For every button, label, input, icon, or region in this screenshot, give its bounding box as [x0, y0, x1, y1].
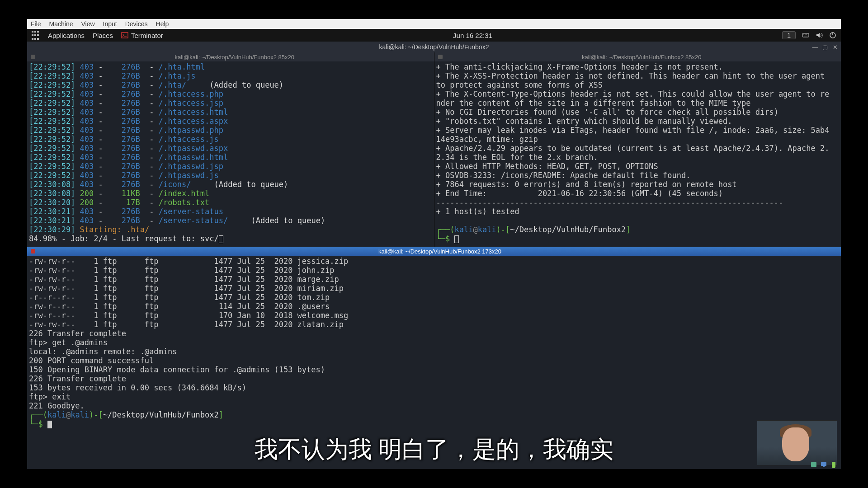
svg-rect-0	[122, 33, 128, 38]
webcam-overlay	[757, 420, 837, 465]
volume-icon[interactable]	[816, 32, 823, 39]
maximize-button[interactable]: ▢	[822, 44, 828, 50]
vbox-menu-help[interactable]: Help	[156, 20, 169, 28]
svg-rect-8	[811, 462, 816, 467]
pane-header-right[interactable]: kali@kali: ~/Desktop/VulnHub/Funbox2 85x…	[434, 52, 841, 61]
clock[interactable]: Jun 16 22:31	[453, 32, 492, 39]
window-title: kali@kali: ~/Desktop/VulnHub/Funbox2	[379, 43, 489, 51]
svg-point-3	[805, 34, 805, 35]
nikto-output: + The anti-clickjacking X-Frame-Options …	[434, 61, 841, 247]
vbox-disk-icon	[810, 461, 817, 468]
pane-title-left: kali@kali: ~/Desktop/VulnHub/Funbox2 85x…	[39, 54, 430, 61]
dirsearch-output: [22:29:52] 403 - 276B - /.hta.html [22:2…	[27, 61, 434, 247]
places-menu[interactable]: Places	[93, 32, 113, 39]
pane-indicator-icon	[31, 55, 35, 59]
vbox-menu-file[interactable]: File	[31, 20, 41, 28]
terminator-icon	[121, 32, 128, 39]
terminator-window: kali@kali: ~/Desktop/VulnHub/Funbox2 — ▢…	[27, 42, 841, 469]
vbox-mouse-icon	[830, 461, 837, 468]
vm-frame: File Machine View Input Devices Help App…	[27, 19, 841, 469]
svg-point-2	[803, 34, 804, 35]
applications-menu[interactable]: Applications	[48, 32, 85, 39]
power-icon[interactable]	[829, 32, 836, 39]
vbox-display-icon	[820, 461, 827, 468]
terminal-pane-top-left[interactable]: kali@kali: ~/Desktop/VulnHub/Funbox2 85x…	[27, 52, 434, 247]
vbox-menu-devices[interactable]: Devices	[125, 20, 148, 28]
close-button[interactable]: ✕	[832, 44, 838, 50]
svg-point-4	[806, 34, 807, 35]
gnome-top-bar: Applications Places Terminator Jun 16 22…	[27, 29, 841, 42]
vbox-menu-input[interactable]: Input	[103, 20, 117, 28]
pane-header-left[interactable]: kali@kali: ~/Desktop/VulnHub/Funbox2 85x…	[27, 52, 434, 61]
focused-app-name: Terminator	[131, 32, 163, 39]
video-subtitle: 我不认为我 明白了，是的，我确实	[255, 434, 613, 465]
terminal-pane-top-right[interactable]: kali@kali: ~/Desktop/VulnHub/Funbox2 85x…	[434, 52, 841, 247]
keyboard-icon[interactable]	[802, 32, 809, 39]
workspace-indicator[interactable]: 1	[782, 31, 796, 39]
vbox-menubar: File Machine View Input Devices Help	[27, 19, 841, 29]
pane-title-right: kali@kali: ~/Desktop/VulnHub/Funbox2 85x…	[446, 54, 838, 61]
svg-rect-9	[821, 462, 826, 466]
pane-title-bottom: kali@kali: ~/Desktop/VulnHub/Funbox2 173…	[39, 248, 841, 255]
letterbox-top	[0, 0, 868, 19]
vbox-status-bar	[810, 461, 837, 468]
activities-icon[interactable]	[32, 31, 40, 40]
svg-rect-10	[823, 466, 825, 467]
pane-header-bottom[interactable]: kali@kali: ~/Desktop/VulnHub/Funbox2 173…	[27, 247, 841, 256]
svg-rect-5	[804, 36, 807, 36]
svg-rect-1	[802, 33, 809, 37]
pane-indicator-icon	[438, 55, 443, 59]
vbox-menu-view[interactable]: View	[81, 20, 94, 28]
vbox-menu-machine[interactable]: Machine	[49, 20, 73, 28]
focused-app[interactable]: Terminator	[121, 32, 163, 39]
minimize-button[interactable]: —	[812, 44, 818, 50]
pane-indicator-icon	[31, 249, 35, 253]
window-titlebar[interactable]: kali@kali: ~/Desktop/VulnHub/Funbox2 — ▢…	[27, 42, 841, 52]
